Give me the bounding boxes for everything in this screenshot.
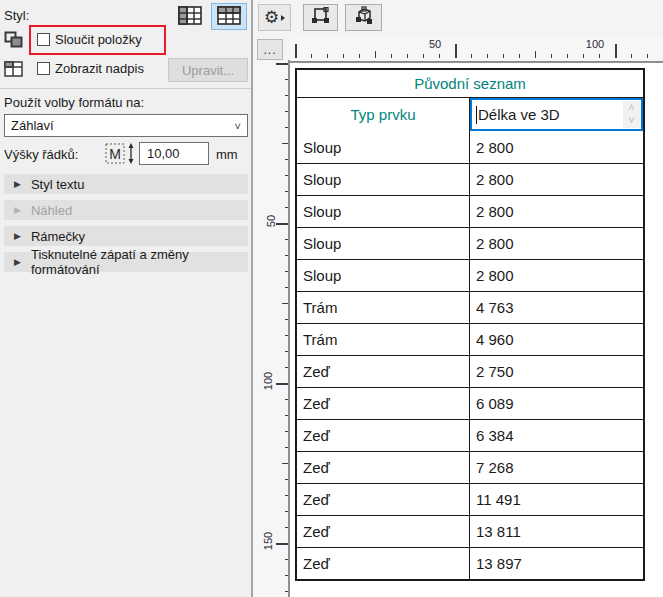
expand-triangle-icon: ▶	[14, 257, 21, 267]
ruler-tick	[503, 54, 504, 58]
row-height-unit: mm	[216, 147, 238, 162]
table-row[interactable]: Trám4 960	[297, 323, 643, 355]
ruler-options-button[interactable]: ...	[257, 39, 283, 60]
cell-element-type[interactable]: Zeď	[297, 388, 470, 419]
table-row[interactable]: Zeď11 491	[297, 483, 643, 515]
edit-title-button[interactable]: Upravit...	[168, 58, 248, 82]
svg-text:M: M	[109, 146, 121, 162]
show-title-checkbox[interactable]	[37, 62, 50, 75]
merge-items-checkbox[interactable]	[37, 33, 50, 46]
cell-length[interactable]: 6 384	[470, 420, 643, 451]
column-header-type[interactable]: Typ prvku	[297, 98, 470, 131]
table-style-header-button[interactable]	[211, 3, 247, 30]
cell-element-type[interactable]: Trám	[297, 324, 470, 355]
table-row[interactable]: Sloup2 800	[297, 163, 643, 195]
flyout-arrow-icon	[281, 15, 285, 21]
cell-element-type[interactable]: Zeď	[297, 356, 470, 387]
apply-format-value: Záhlaví	[11, 118, 54, 133]
ruler-label: 100	[586, 38, 604, 50]
cell-length[interactable]: 4 960	[470, 324, 643, 355]
cell-element-type[interactable]: Sloup	[297, 228, 470, 259]
select-3d-icon	[353, 6, 375, 29]
cell-length[interactable]: 7 268	[470, 452, 643, 483]
cell-length[interactable]: 2 800	[470, 260, 643, 291]
cell-length[interactable]: 2 800	[470, 228, 643, 259]
schedule-table: Původní seznam Typ prvku Délka ve 3D ˄ ˅…	[295, 68, 645, 581]
horizontal-ruler: 50100	[290, 36, 663, 61]
merge-items-checkbox-row[interactable]: Sloučit položky	[37, 32, 142, 47]
row-height-value: 10,00	[147, 146, 180, 161]
show-title-icon	[4, 61, 23, 80]
ruler-tick	[375, 51, 376, 58]
table-row[interactable]: Sloup2 800	[297, 259, 643, 291]
section-borders[interactable]: ▶ Rámečky	[4, 226, 248, 246]
ruler-tick	[567, 54, 568, 58]
cell-element-type[interactable]: Sloup	[297, 164, 470, 195]
section-printable-footer[interactable]: ▶ Tisknutelné zápatí a změny formátování	[4, 252, 248, 272]
cell-element-type[interactable]: Zeď	[297, 420, 470, 451]
cell-length[interactable]: 2 800	[470, 131, 643, 163]
cell-element-type[interactable]: Zeď	[297, 516, 470, 547]
table-row[interactable]: Zeď13 897	[297, 547, 643, 579]
table-header-row: Typ prvku Délka ve 3D ˄ ˅	[297, 98, 643, 131]
table-style-plain-button[interactable]	[172, 3, 208, 30]
panel-separator	[0, 88, 251, 89]
table-row[interactable]: Sloup2 800	[297, 227, 643, 259]
chevron-down-icon[interactable]: ˅	[629, 116, 635, 126]
ruler-tick	[487, 54, 488, 58]
table-row[interactable]: Zeď13 811	[297, 515, 643, 547]
table-row[interactable]: Sloup2 800	[297, 195, 643, 227]
cell-length[interactable]: 2 800	[470, 196, 643, 227]
cell-length[interactable]: 13 897	[470, 548, 643, 579]
table-row[interactable]: Zeď2 750	[297, 355, 643, 387]
section-preview: ▶ Náhled	[4, 200, 248, 220]
table-grid-header-icon	[217, 6, 241, 28]
cell-length[interactable]: 2 800	[470, 164, 643, 195]
cell-element-type[interactable]: Sloup	[297, 196, 470, 227]
chevron-up-icon[interactable]: ˄	[629, 103, 635, 113]
cell-length[interactable]: 11 491	[470, 484, 643, 515]
merge-items-label: Sloučit položky	[55, 32, 142, 47]
section-label: Rámečky	[31, 229, 85, 244]
apply-format-dropdown[interactable]: Záhlaví ˅	[4, 114, 248, 137]
cell-element-type[interactable]: Zeď	[297, 548, 470, 579]
cell-element-type[interactable]: Zeď	[297, 484, 470, 515]
ruler-tick	[295, 44, 297, 58]
cell-element-type[interactable]: Trám	[297, 292, 470, 323]
expand-triangle-icon: ▶	[14, 179, 21, 189]
table-row[interactable]: Zeď7 268	[297, 451, 643, 483]
row-height-input[interactable]: 10,00	[139, 142, 209, 165]
column-header-length-text: Délka ve 3D	[478, 106, 560, 123]
section-text-style[interactable]: ▶ Styl textu	[4, 174, 248, 194]
ruler-tick	[647, 54, 648, 58]
expand-triangle-icon: ▶	[14, 205, 21, 215]
table-row[interactable]: Zeď6 384	[297, 419, 643, 451]
cell-length[interactable]: 4 763	[470, 292, 643, 323]
ruler-tick	[423, 54, 424, 58]
cell-length[interactable]: 2 750	[470, 356, 643, 387]
select-in-2d-button[interactable]	[303, 4, 338, 31]
ruler-tick	[519, 54, 520, 58]
ruler-tick	[583, 54, 584, 58]
select-in-3d-button[interactable]	[345, 4, 382, 31]
table-row[interactable]: Sloup2 800	[297, 131, 643, 163]
ruler-tick	[391, 54, 392, 58]
cell-element-type[interactable]: Zeď	[297, 452, 470, 483]
cell-element-type[interactable]: Sloup	[297, 131, 470, 163]
cell-spinner[interactable]: ˄ ˅	[623, 101, 640, 128]
gear-icon: ⚙	[264, 9, 279, 26]
table-row[interactable]: Trám4 763	[297, 291, 643, 323]
apply-format-label: Použít volby formátu na:	[4, 95, 144, 110]
style-settings-panel: Styl:	[0, 0, 251, 597]
show-title-checkbox-row[interactable]: Zobrazit nadpis	[37, 61, 144, 76]
table-title[interactable]: Původní seznam	[297, 70, 643, 98]
cell-element-type[interactable]: Sloup	[297, 260, 470, 291]
merge-items-icon	[4, 31, 23, 51]
section-label: Náhled	[31, 203, 72, 218]
settings-flyout-button[interactable]: ⚙	[258, 4, 291, 31]
cell-length[interactable]: 13 811	[470, 516, 643, 547]
cell-length[interactable]: 6 089	[470, 388, 643, 419]
ruler-tick	[327, 54, 328, 58]
table-row[interactable]: Zeď6 089	[297, 387, 643, 419]
column-header-length-editing[interactable]: Délka ve 3D ˄ ˅	[470, 98, 643, 131]
